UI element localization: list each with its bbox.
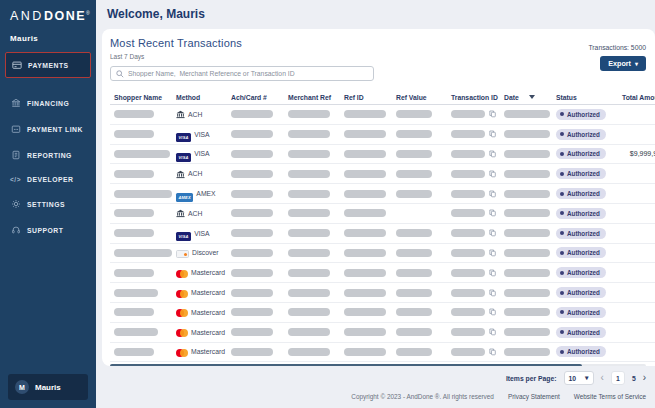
status-dot-icon (560, 350, 564, 354)
scrollbar-thumb[interactable] (110, 364, 582, 366)
sidebar-item-settings[interactable]: SETTINGS (0, 191, 96, 217)
ach-card-placeholder (231, 150, 273, 158)
sidebar-item-reporting[interactable]: REPORTING (0, 142, 96, 168)
last-page-button[interactable]: 5 (632, 375, 636, 382)
privacy-statement-link[interactable]: Privacy Statement (508, 393, 560, 400)
col-ref-value: Ref Value (392, 94, 447, 101)
copy-icon[interactable] (489, 308, 496, 316)
copy-icon[interactable] (489, 170, 496, 178)
table-row[interactable]: ACH Authorized $ (110, 164, 655, 184)
status-dot-icon (560, 310, 564, 314)
current-page-button[interactable]: 1 (611, 371, 625, 385)
items-per-page-select[interactable]: 10 ▾ (564, 371, 594, 385)
date-placeholder (504, 269, 550, 277)
sidebar-item-payments[interactable]: PAYMENTS (5, 52, 91, 78)
user-profile-button[interactable]: M Mauris (8, 374, 88, 400)
code-icon: </> (10, 176, 21, 183)
merchant-ref-placeholder (288, 269, 330, 277)
date-sort-icon[interactable] (529, 95, 535, 99)
copy-icon[interactable] (489, 269, 496, 277)
ref-value-placeholder (396, 328, 432, 336)
table-row[interactable]: VISAVISA Authorized $ (110, 125, 655, 145)
copy-icon[interactable] (489, 289, 496, 297)
status-dot-icon (560, 192, 564, 196)
method-label: VISA (194, 230, 210, 237)
copy-icon[interactable] (489, 249, 496, 257)
date-placeholder (504, 150, 550, 158)
shopper-name-placeholder (114, 190, 172, 198)
method-label: ACH (188, 170, 202, 177)
table-row[interactable]: Mastercard Authorized $ (110, 323, 655, 343)
copy-icon[interactable] (489, 190, 496, 198)
table-body: ACH Authorized VISAVISA (110, 105, 655, 362)
table-row[interactable]: Mastercard Authorized (110, 263, 655, 283)
ref-id-placeholder (344, 209, 386, 217)
status-badge: Authorized (556, 247, 606, 258)
transaction-id-placeholder (451, 110, 485, 118)
status-dot-icon (560, 271, 564, 275)
shopper-name-placeholder (114, 150, 170, 158)
copy-icon[interactable] (489, 229, 496, 237)
table-row[interactable]: VISAVISA Authorized (110, 224, 655, 244)
copy-icon[interactable] (489, 209, 496, 217)
date-placeholder (504, 229, 550, 237)
transactions-table: Shopper Name Method Ach/Card # Merchant … (110, 90, 655, 366)
sidebar: ANDDONE® Mauris PAYMENTS FINANCING PAYME… (0, 0, 96, 408)
ref-value-placeholder (396, 190, 432, 198)
shopper-name-placeholder (114, 110, 154, 118)
ach-bank-icon (176, 204, 185, 222)
copy-icon[interactable] (489, 348, 496, 356)
copy-icon[interactable] (489, 110, 496, 118)
chevron-down-icon: ▾ (585, 374, 588, 382)
table-row[interactable]: Discover Authorized $ (110, 244, 655, 264)
status-dot-icon (560, 172, 564, 176)
shopper-name-placeholder (114, 209, 154, 217)
export-button[interactable]: Export▾ (600, 56, 646, 71)
ref-id-placeholder (344, 348, 386, 356)
next-page-button[interactable]: › (643, 373, 646, 383)
copy-icon[interactable] (489, 130, 496, 138)
status-badge: Authorized (556, 188, 606, 199)
status-label: Authorized (567, 348, 600, 355)
sidebar-item-developer[interactable]: </> DEVELOPER (0, 168, 96, 191)
terms-of-service-link[interactable]: Website Terms of Service (574, 393, 646, 400)
ref-value-placeholder (396, 150, 432, 158)
status-label: Authorized (567, 230, 600, 237)
table-row[interactable]: AMEXAMEX Authorized $ (110, 184, 655, 204)
ref-id-placeholder (344, 289, 386, 297)
status-label: Authorized (567, 170, 600, 177)
mastercard-circles-icon (176, 343, 188, 361)
status-badge: Authorized (556, 109, 606, 120)
table-row[interactable]: Mastercard Authorized $ (110, 343, 655, 363)
visa-badge-icon: VISA (176, 224, 191, 242)
ach-card-placeholder (231, 308, 273, 316)
status-badge: Authorized (556, 346, 606, 357)
copy-icon[interactable] (489, 328, 496, 336)
merchant-ref-placeholder (288, 110, 330, 118)
copy-icon[interactable] (489, 150, 496, 158)
sidebar-item-label: DEVELOPER (27, 176, 73, 183)
table-row[interactable]: Mastercard Authorized $ (110, 303, 655, 323)
status-label: Authorized (567, 309, 600, 316)
prev-page-button[interactable]: ‹ (601, 373, 604, 383)
col-date[interactable]: Date (500, 94, 552, 101)
status-dot-icon (560, 251, 564, 255)
table-row[interactable]: ACH Authorized (110, 105, 655, 125)
transaction-id-placeholder (451, 170, 485, 178)
sidebar-item-payment-link[interactable]: PAYMENT LINK (0, 116, 96, 142)
ref-id-placeholder (344, 110, 386, 118)
ach-card-placeholder (231, 249, 273, 257)
sidebar-item-label: SETTINGS (27, 201, 65, 208)
transaction-id-placeholder (451, 190, 485, 198)
ref-id-placeholder (344, 150, 386, 158)
date-placeholder (504, 130, 550, 138)
merchant-ref-placeholder (288, 348, 330, 356)
ach-card-placeholder (231, 269, 273, 277)
table-row[interactable]: Mastercard Authorized $ (110, 283, 655, 303)
table-row[interactable]: ACH Authorized (110, 204, 655, 224)
search-input[interactable] (128, 70, 368, 77)
sidebar-item-financing[interactable]: FINANCING (0, 90, 96, 116)
payments-card-icon (11, 60, 22, 70)
table-row[interactable]: VISAVISA Authorized $9,999,99 (110, 145, 655, 165)
sidebar-item-support[interactable]: SUPPORT (0, 217, 96, 243)
